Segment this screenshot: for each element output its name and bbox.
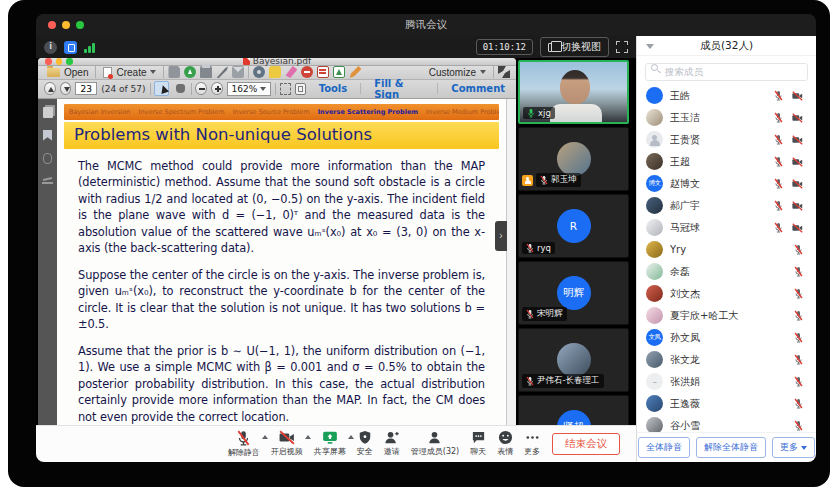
search-input[interactable] [645, 63, 808, 81]
gear-icon[interactable] [253, 66, 265, 78]
share-screen-button[interactable]: 共享屏幕 [314, 430, 346, 457]
page-number-input[interactable] [75, 82, 97, 95]
video-tile[interactable]: 贤超 [518, 395, 629, 425]
member-row[interactable]: 王逸薇 [637, 393, 816, 415]
mic-muted-icon[interactable] [794, 398, 803, 409]
member-row[interactable]: 王玉洁 [637, 107, 816, 129]
video-tile[interactable]: R [518, 194, 629, 258]
member-row[interactable]: 博文 赵博文 [637, 173, 816, 195]
collapse-panel-icon[interactable] [646, 44, 654, 49]
unmute-all-button[interactable]: 解除全体静音 [696, 437, 766, 458]
print-icon[interactable] [200, 66, 212, 78]
redact-doc-icon[interactable] [317, 66, 329, 78]
bookmarks-panel-icon[interactable] [43, 130, 52, 141]
more-button[interactable]: 更多 [524, 430, 540, 457]
highlighter-icon[interactable] [285, 66, 297, 78]
mic-muted-icon[interactable] [794, 288, 803, 299]
sign-pen-icon[interactable] [216, 66, 228, 78]
open-button[interactable]: Open [44, 66, 91, 79]
emoji-button[interactable]: 表情 [497, 430, 513, 457]
fullscreen-icon[interactable] [616, 41, 628, 53]
member-row[interactable]: – 张洪娟 [637, 371, 816, 393]
comment-link[interactable]: Comment [446, 83, 510, 94]
member-row[interactable]: 余磊 [637, 261, 816, 283]
member-row[interactable]: 马冠球 [637, 217, 816, 239]
next-page-button[interactable] [60, 82, 72, 95]
security-button[interactable]: 安全 [357, 430, 373, 457]
camera-off-icon[interactable] [792, 91, 803, 101]
prev-page-button[interactable] [44, 82, 56, 95]
manage-members-button[interactable]: 管理成员(32) [411, 430, 459, 457]
end-meeting-button[interactable]: 结束会议 [552, 433, 620, 455]
create-button[interactable]: Create [100, 66, 159, 79]
mic-muted-icon[interactable] [794, 244, 803, 255]
camera-off-icon[interactable] [792, 223, 803, 233]
mic-muted-icon[interactable] [794, 310, 803, 321]
chat-button[interactable]: 聊天 [470, 430, 486, 457]
camera-off-icon[interactable] [792, 201, 803, 211]
zoom-in-button[interactable] [211, 82, 223, 95]
export-doc-icon[interactable] [333, 66, 345, 78]
attachments-panel-icon[interactable] [43, 153, 52, 164]
invite-button[interactable]: 邀请 [384, 430, 400, 457]
select-tool-button[interactable] [154, 81, 168, 96]
pencil-icon[interactable] [349, 66, 361, 78]
tools-link[interactable]: Tools [314, 83, 353, 94]
mic-muted-icon[interactable] [794, 376, 803, 387]
member-row[interactable]: 王皓 [637, 85, 816, 107]
mic-muted-icon[interactable] [774, 200, 783, 211]
mic-muted-icon[interactable] [794, 420, 803, 431]
video-tile[interactable]: xjg [518, 60, 629, 124]
mic-muted-icon[interactable] [774, 178, 783, 189]
expand-icon[interactable] [498, 66, 510, 78]
member-row[interactable]: 王贵贤 [637, 129, 816, 151]
member-row[interactable]: 郝广宇 [637, 195, 816, 217]
meeting-info-icon[interactable] [44, 41, 57, 54]
mail-icon[interactable] [232, 66, 244, 78]
member-row[interactable]: 王超 [637, 151, 816, 173]
fill-sign-link[interactable]: Fill & Sign [369, 78, 429, 100]
zoom-level-select[interactable]: 162% [227, 82, 272, 96]
member-row[interactable]: 文凤 孙文凤 [637, 327, 816, 349]
stamp-icon[interactable] [301, 66, 313, 78]
marquee-zoom-icon[interactable] [280, 83, 291, 95]
mic-muted-icon[interactable] [774, 90, 783, 101]
save-icon[interactable] [168, 66, 180, 78]
mic-muted-icon[interactable] [774, 134, 783, 145]
security-icon[interactable] [64, 41, 77, 54]
camera-off-icon[interactable] [792, 179, 803, 189]
mic-muted-icon[interactable] [774, 222, 783, 233]
hand-tool-button[interactable] [173, 81, 187, 96]
camera-off-icon[interactable] [792, 113, 803, 123]
pdf-scrollbar[interactable] [506, 99, 516, 426]
switch-view-button[interactable]: 切换视图 [540, 37, 609, 57]
member-row[interactable]: Yry [637, 239, 816, 261]
tools-pane-arrow[interactable]: › [495, 221, 507, 251]
start-video-button[interactable]: 开启视频 [271, 430, 303, 457]
unmute-button[interactable]: 解除静音 [228, 430, 260, 458]
upload-cloud-icon[interactable] [184, 66, 196, 78]
video-tile[interactable]: 明辉 [518, 261, 629, 325]
video-tile[interactable]: 郭玉坤 [518, 127, 629, 191]
member-row[interactable]: 张文龙 [637, 349, 816, 371]
chevron-up-icon[interactable] [262, 435, 268, 439]
more-members-button[interactable]: 更多 [772, 437, 815, 458]
mic-muted-icon[interactable] [794, 354, 803, 365]
mic-muted-icon[interactable] [774, 156, 783, 167]
mic-muted-icon[interactable] [794, 332, 803, 343]
mic-muted-icon[interactable] [774, 112, 783, 123]
member-row[interactable]: 夏宇欣+哈工大 [637, 305, 816, 327]
signatures-panel-icon[interactable] [42, 176, 53, 184]
camera-off-icon[interactable] [792, 135, 803, 145]
member-row[interactable]: 刘文杰 [637, 283, 816, 305]
video-tile[interactable]: 尹伟石-长春理工 [518, 328, 629, 392]
fit-page-icon[interactable] [295, 83, 306, 95]
member-row[interactable]: 谷小雪 [637, 415, 816, 433]
mute-all-button[interactable]: 全体静音 [638, 437, 690, 458]
comment-note-icon[interactable] [269, 66, 281, 78]
customize-button[interactable]: Customize [426, 66, 489, 79]
chevron-up-icon[interactable] [348, 435, 354, 439]
chevron-up-icon[interactable] [305, 435, 311, 439]
mic-muted-icon[interactable] [794, 266, 803, 277]
camera-off-icon[interactable] [792, 157, 803, 167]
